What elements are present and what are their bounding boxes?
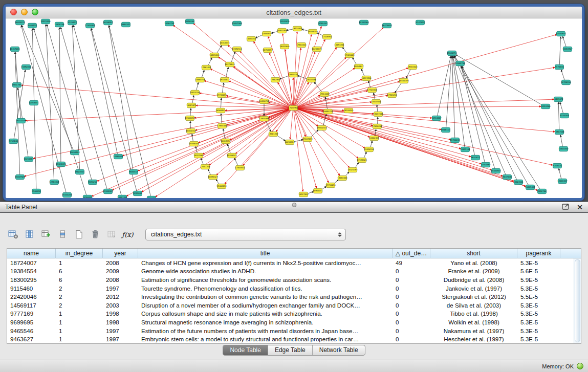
graph-node[interactable]: 17665092 (185, 116, 195, 120)
graph-node[interactable]: 16043274 (15, 20, 25, 25)
table-row[interactable]: 2242004622012Investigating the contribut… (7, 292, 581, 301)
graph-node[interactable]: 15876138 (54, 22, 64, 27)
column-header-title[interactable]: title (138, 249, 393, 258)
graph-node[interactable]: 12764059 (49, 180, 59, 184)
table-row[interactable]: 1872400712008Changes of HCN gene express… (7, 258, 581, 267)
graph-node[interactable]: 18246079 (312, 47, 322, 51)
graph-node[interactable]: 15618340 (558, 146, 569, 151)
graph-node[interactable]: 15934067 (431, 116, 442, 120)
graph-node[interactable]: 12483956 (146, 196, 157, 199)
graph-node[interactable]: 18693741 (323, 109, 333, 114)
table-scrollbar[interactable] (574, 258, 581, 343)
graph-node[interactable]: 9578431 (555, 64, 564, 69)
table-selector-dropdown[interactable]: citations_edges.txt (145, 229, 346, 240)
graph-node[interactable]: 9763125 (553, 163, 562, 168)
graph-node[interactable]: 11768240 (450, 138, 460, 142)
tab-node-table[interactable]: Node Table (223, 345, 268, 355)
graph-node[interactable]: 9468213 (28, 23, 37, 28)
graph-node[interactable]: 17892514 (232, 47, 242, 51)
graph-node[interactable]: 17721650 (367, 87, 377, 92)
graph-node[interactable]: 17240952 (288, 105, 298, 110)
graph-node[interactable]: 19320846 (279, 44, 290, 49)
table-options-icon[interactable] (6, 228, 20, 241)
new-table-icon[interactable] (72, 228, 85, 241)
network-canvas[interactable]: 1724095218312045181052341798341118660719… (6, 18, 582, 199)
close-panel-icon[interactable]: ✕ (577, 204, 583, 211)
graph-node[interactable]: 11238564 (24, 157, 34, 161)
graph-node[interactable]: 9412768 (538, 189, 547, 193)
graph-node[interactable]: 9762431 (319, 21, 328, 26)
float-panel-icon[interactable] (562, 203, 570, 211)
graph-node[interactable]: 10457286 (10, 47, 20, 51)
graph-node[interactable]: 18450217 (246, 36, 256, 41)
graph-node[interactable]: 16473820 (382, 23, 392, 28)
graph-node[interactable]: 9837246 (503, 174, 512, 179)
graph-node[interactable]: 9834517 (129, 169, 139, 174)
select-rows-icon[interactable] (55, 228, 69, 241)
graph-node[interactable]: 19160483 (337, 176, 347, 180)
graph-node[interactable]: 18566931 (215, 108, 226, 113)
graph-node[interactable]: 18965041 (313, 188, 323, 193)
graph-node[interactable]: 18425871 (186, 103, 197, 107)
graph-node[interactable]: 9215684 (134, 191, 143, 195)
graph-node[interactable]: 19174602 (292, 26, 302, 31)
tab-edge-table[interactable]: Edge Table (268, 345, 312, 355)
graph-node[interactable]: 17856231 (372, 124, 382, 128)
graph-node[interactable]: 9673258 (89, 180, 98, 184)
window-titlebar[interactable]: citations_edges.txt (6, 7, 582, 18)
graph-node[interactable]: 9427851 (76, 169, 85, 174)
graph-node[interactable]: 18762053 (263, 48, 273, 52)
graph-node[interactable]: 9286415 (442, 127, 451, 132)
graph-node[interactable]: 19105872 (220, 77, 230, 82)
graph-node[interactable]: 16238957 (103, 20, 113, 25)
graph-node[interactable]: 19310428 (407, 64, 418, 69)
graph-node[interactable]: 11942067 (103, 189, 113, 193)
graph-node[interactable]: 19052647 (354, 64, 364, 69)
graph-node[interactable]: 19381267 (268, 132, 278, 136)
graph-node[interactable]: 11504862 (85, 23, 95, 28)
graph-node[interactable]: 16431872 (553, 97, 563, 101)
delete-table-icon[interactable] (88, 228, 102, 241)
graph-node[interactable]: 17935480 (217, 123, 227, 128)
graph-node[interactable]: 9651827 (471, 155, 481, 160)
graph-node[interactable]: 16527431 (117, 195, 127, 199)
graph-node[interactable]: 18094327 (208, 174, 218, 179)
graph-node[interactable]: 19648794 (447, 51, 457, 55)
graph-node[interactable]: 9518264 (186, 19, 195, 24)
graph-node[interactable]: 18893261 (334, 42, 344, 47)
graph-node[interactable]: 15047928 (15, 174, 25, 179)
import-table-icon[interactable] (104, 228, 118, 241)
graph-node[interactable]: 12391568 (359, 20, 369, 25)
graph-node[interactable]: 10582736 (455, 61, 465, 65)
graph-node[interactable]: 17594028 (357, 158, 367, 162)
node-table[interactable]: namein_degreeyeartitle△ out_de…shortpage… (7, 248, 581, 344)
table-panel-titlebar[interactable]: Table Panel ✕ (0, 202, 588, 212)
graph-node[interactable]: 10972458 (40, 19, 51, 24)
graph-node[interactable]: 9147652 (416, 20, 425, 25)
graph-node[interactable]: 12280457 (557, 179, 568, 183)
graph-node[interactable]: 17465820 (344, 53, 355, 57)
column-header-out_de[interactable]: △ out_de… (393, 249, 430, 258)
graph-node[interactable]: 18541706 (399, 78, 409, 83)
graph-node[interactable]: 18660719 (195, 77, 205, 82)
graph-node[interactable]: 17983411 (201, 65, 211, 70)
graph-node[interactable]: 17748209 (216, 93, 227, 97)
graph-node[interactable]: 12058431 (29, 100, 39, 105)
graph-node[interactable]: 18410562 (371, 99, 381, 104)
graph-node[interactable]: 11830645 (556, 31, 566, 36)
graph-node[interactable]: 15321476 (56, 162, 66, 166)
graph-node[interactable]: 15953186 (540, 104, 551, 108)
graph-node[interactable]: 17983264 (387, 93, 397, 97)
show-columns-icon[interactable] (23, 228, 36, 241)
graph-node[interactable]: 12047365 (481, 162, 491, 167)
graph-node[interactable]: 17682945 (270, 77, 280, 82)
graph-node[interactable]: 9341765 (13, 82, 22, 87)
graph-node[interactable]: 9154263 (560, 113, 570, 118)
graph-node[interactable]: 18682407 (369, 136, 379, 140)
graph-node[interactable]: 16259407 (525, 185, 535, 189)
graph-node[interactable]: 19268041 (227, 153, 237, 158)
tab-network-table[interactable]: Network Table (312, 345, 365, 355)
graph-node[interactable]: 10269845 (113, 154, 123, 159)
graph-node[interactable]: 17738256 (325, 183, 336, 187)
graph-node[interactable]: 16150283 (62, 192, 72, 197)
